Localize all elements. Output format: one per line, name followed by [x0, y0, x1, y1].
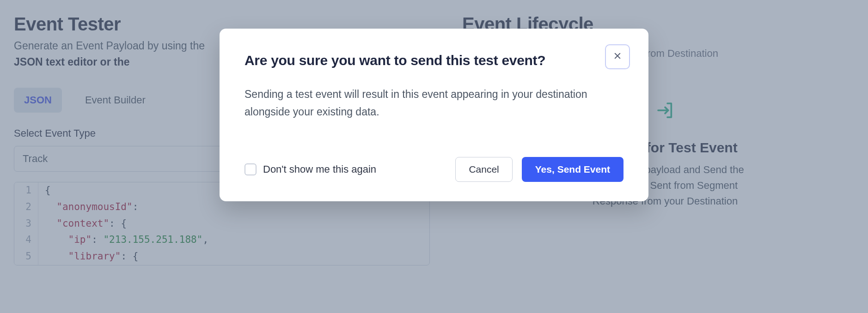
- modal-title: Are you sure you want to send this test …: [245, 53, 623, 68]
- modal-body: Sending a test event will result in this…: [245, 86, 605, 121]
- cancel-button[interactable]: Cancel: [455, 157, 512, 182]
- dont-show-again-checkbox[interactable]: [245, 163, 257, 175]
- confirm-send-button[interactable]: Yes, Send Event: [522, 157, 623, 182]
- modal-close-button[interactable]: [605, 44, 630, 69]
- modal-footer: Don't show me this again Cancel Yes, Sen…: [245, 157, 623, 182]
- confirm-send-modal: Are you sure you want to send this test …: [220, 29, 648, 201]
- dont-show-again-option[interactable]: Don't show me this again: [245, 163, 446, 175]
- close-icon: [613, 52, 622, 62]
- dont-show-again-label: Don't show me this again: [263, 163, 376, 175]
- modal-overlay[interactable]: Are you sure you want to send this test …: [0, 0, 868, 313]
